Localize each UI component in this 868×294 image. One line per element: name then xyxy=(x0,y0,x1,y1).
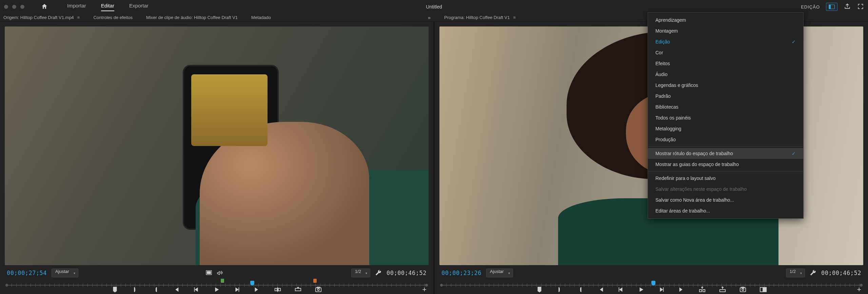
step-forward-button[interactable] xyxy=(658,286,665,293)
svg-rect-10 xyxy=(699,290,702,292)
project-title: Untitled xyxy=(426,4,442,10)
ws-item-all-panels[interactable]: Todos os painéis xyxy=(648,112,803,123)
window-controls xyxy=(4,5,24,9)
button-editor-add[interactable]: + xyxy=(857,285,861,294)
svg-rect-16 xyxy=(760,288,763,292)
ws-item-production[interactable]: Produção xyxy=(648,134,803,145)
go-to-out-button[interactable] xyxy=(678,286,686,293)
svg-point-8 xyxy=(317,289,319,291)
mark-in-button[interactable] xyxy=(132,286,139,293)
workspace-menu: Aprendizagem Montagem Edição✓ Cor Efeito… xyxy=(648,12,804,219)
window-minimize-dot[interactable] xyxy=(12,5,16,9)
add-marker-button[interactable] xyxy=(536,286,543,293)
source-current-timecode[interactable]: 00;00;27;54 xyxy=(7,270,47,276)
svg-rect-4 xyxy=(275,288,277,291)
fullscreen-icon[interactable] xyxy=(857,3,864,11)
ws-reset-layout[interactable]: Redefinir para o layout salvo xyxy=(648,173,803,184)
source-video-frame[interactable] xyxy=(5,26,429,265)
ws-item-editing[interactable]: Edição✓ xyxy=(648,36,803,47)
source-resolution-select[interactable]: 1/2▾ xyxy=(351,269,370,277)
tab-export[interactable]: Exportar xyxy=(129,3,149,11)
svg-rect-17 xyxy=(764,288,766,292)
export-frame-button[interactable] xyxy=(315,286,322,293)
ws-show-tabs-toggle[interactable]: Mostrar as guias do espaço de trabalho xyxy=(648,159,803,170)
step-back-button[interactable] xyxy=(617,286,625,293)
mark-out-button[interactable] xyxy=(152,286,159,293)
workspace-switcher-button[interactable] xyxy=(826,3,837,11)
program-controls-row: 00;00;23;26 Ajustar▾ 1/2▾ 00;00;46;52 xyxy=(435,267,868,279)
svg-rect-11 xyxy=(703,290,705,292)
program-resolution-select[interactable]: 1/2▾ xyxy=(786,269,805,277)
add-marker-button[interactable] xyxy=(111,286,119,293)
tab-import[interactable]: Importar xyxy=(67,3,86,11)
drag-audio-only-icon[interactable] xyxy=(217,270,223,276)
out-point-marker[interactable] xyxy=(313,279,317,283)
comparison-view-button[interactable] xyxy=(760,286,767,293)
source-duration-timecode: 00;00;46;52 xyxy=(387,270,427,276)
source-marker-bar xyxy=(0,22,433,24)
window-close-dot[interactable] xyxy=(4,5,8,9)
go-to-out-button[interactable] xyxy=(254,286,261,293)
ws-item-captions[interactable]: Legendas e gráficos xyxy=(648,80,803,91)
program-zoom-select[interactable]: Ajustar▾ xyxy=(486,269,513,277)
svg-rect-12 xyxy=(720,290,726,292)
menu-separator xyxy=(648,146,803,147)
lift-button[interactable] xyxy=(698,286,706,293)
ws-item-default[interactable]: Padrão xyxy=(648,91,803,102)
quick-export-icon[interactable] xyxy=(844,3,851,11)
ws-item-assembly[interactable]: Montagem xyxy=(648,25,803,36)
drag-video-only-icon[interactable] xyxy=(206,270,212,276)
tab-source-label: Origem: Hilltop Coffee Draft V1.mp4 xyxy=(3,15,74,20)
source-controls-row: 00;00;27;54 Ajustar▾ 1/2▾ 00;00;46;52 xyxy=(0,267,433,279)
tab-effect-controls[interactable]: Controles de efeitos xyxy=(93,15,133,20)
program-current-timecode[interactable]: 00;00;23;26 xyxy=(441,270,481,276)
play-button[interactable] xyxy=(213,286,220,293)
svg-rect-1 xyxy=(829,5,831,9)
play-button[interactable] xyxy=(637,286,645,293)
panel-menu-icon[interactable]: ≡ xyxy=(513,15,516,20)
overwrite-button[interactable] xyxy=(294,286,302,293)
source-mini-timeline[interactable] xyxy=(7,279,427,285)
extract-button[interactable] xyxy=(719,286,726,293)
ws-edit-workspaces[interactable]: Editar áreas de trabalho... xyxy=(648,205,803,216)
export-frame-button[interactable] xyxy=(739,286,747,293)
tab-metadata[interactable]: Metadado xyxy=(251,15,271,20)
menu-separator xyxy=(648,171,803,171)
program-settings-icon[interactable] xyxy=(810,269,816,277)
source-monitor: 00;00;27;54 Ajustar▾ 1/2▾ 00;00;46;52 xyxy=(0,22,433,294)
tabs-overflow-icon[interactable]: » xyxy=(428,15,437,20)
check-icon: ✓ xyxy=(792,151,796,156)
insert-button[interactable] xyxy=(274,286,281,293)
go-to-in-button[interactable] xyxy=(597,286,604,293)
svg-point-14 xyxy=(742,289,744,291)
home-icon[interactable] xyxy=(41,3,48,11)
ws-item-metalogging[interactable]: Metalogging xyxy=(648,123,803,134)
mark-in-button[interactable] xyxy=(556,286,564,293)
ws-item-learning[interactable]: Aprendizagem xyxy=(648,15,803,25)
step-back-button[interactable] xyxy=(193,286,200,293)
ws-show-label-toggle[interactable]: Mostrar rótulo do espaço de trabalho✓ xyxy=(648,148,803,159)
tab-edit[interactable]: Editar xyxy=(101,3,114,11)
mark-out-button[interactable] xyxy=(576,286,584,293)
ws-item-effects[interactable]: Efeitos xyxy=(648,58,803,69)
ws-item-audio[interactable]: Áudio xyxy=(648,69,803,80)
tab-source-monitor[interactable]: Origem: Hilltop Coffee Draft V1.mp4 ≡ xyxy=(3,15,80,20)
source-settings-icon[interactable] xyxy=(375,269,382,277)
ws-save-as-new[interactable]: Salvar como Nova área de trabalho... xyxy=(648,195,803,205)
top-bar: Importar Editar Exportar Untitled EDIÇÃO xyxy=(0,0,868,14)
button-editor-add[interactable]: + xyxy=(422,285,427,294)
ws-item-libraries[interactable]: Bibliotecas xyxy=(648,102,803,112)
tab-program-monitor[interactable]: Programa: Hilltop Coffee Draft V1 ≡ xyxy=(444,15,516,20)
main-tabs: Importar Editar Exportar xyxy=(67,3,149,11)
ws-item-color[interactable]: Cor xyxy=(648,47,803,58)
panel-menu-icon[interactable]: ≡ xyxy=(77,15,80,20)
window-zoom-dot[interactable] xyxy=(20,5,24,9)
in-point-marker[interactable] xyxy=(221,279,224,283)
go-to-in-button[interactable] xyxy=(172,286,180,293)
program-transport: + xyxy=(435,285,868,294)
program-mini-timeline[interactable] xyxy=(441,279,861,285)
step-forward-button[interactable] xyxy=(233,286,241,293)
svg-rect-6 xyxy=(295,288,301,291)
tab-audio-clip-mixer[interactable]: Mixer de clipe de áudio: Hilltop Coffee … xyxy=(146,15,238,20)
source-zoom-select[interactable]: Ajustar▾ xyxy=(52,269,78,277)
